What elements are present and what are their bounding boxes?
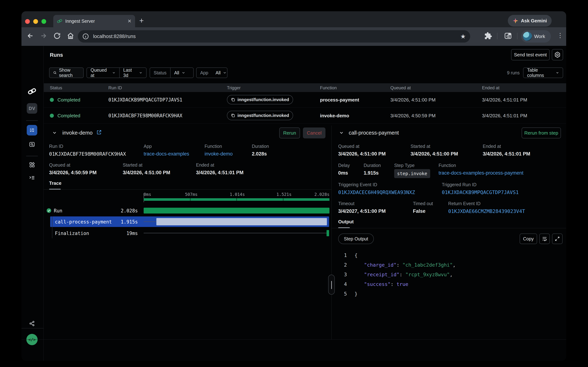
bookmark-star-icon[interactable]: ★ xyxy=(460,33,466,40)
line-number: 4 xyxy=(338,281,347,287)
expand-output-button[interactable] xyxy=(552,234,563,244)
field-step-ended: Ended at 3/4/2026, 4:51:01 PM xyxy=(483,144,530,157)
open-run-external-icon[interactable] xyxy=(96,129,102,135)
send-test-event-button[interactable]: Send test event xyxy=(511,49,550,60)
field-function: Function invoke-demo xyxy=(205,144,233,157)
show-search-button[interactable]: Show search xyxy=(49,67,84,78)
close-window-button[interactable] xyxy=(25,19,30,24)
rerun-button[interactable]: Rerun xyxy=(279,127,300,138)
share-feedback-button[interactable] xyxy=(27,318,37,329)
return-event-id-link[interactable]: 01KJXDAE66CMZMB28439023V4T xyxy=(448,209,525,214)
minimap-tick xyxy=(283,198,283,201)
forward-icon[interactable] xyxy=(40,32,48,40)
time-field-label: Queued at xyxy=(91,67,110,78)
field-value: 2.028s xyxy=(252,151,269,157)
triggering-event-id-link[interactable]: 01KJXDACEC6H49QRQXWEA93NXZ xyxy=(338,190,415,195)
extensions-icon[interactable] xyxy=(484,32,492,40)
side-panel-search-icon[interactable] xyxy=(504,32,512,40)
back-icon[interactable] xyxy=(26,32,34,40)
minimize-window-button[interactable] xyxy=(33,19,38,24)
function-cell: process-payment xyxy=(320,97,359,103)
col-function: Function xyxy=(320,85,337,90)
time-field-select[interactable]: Queued at xyxy=(87,68,119,78)
new-tab-button[interactable]: + xyxy=(139,17,144,25)
expand-icon xyxy=(555,236,560,242)
search-icon xyxy=(53,70,57,75)
axis-tick: 1.014s xyxy=(227,192,247,197)
panel-resize-handle[interactable] xyxy=(328,275,335,295)
status-dot xyxy=(50,114,54,118)
chevron-down-icon xyxy=(223,71,227,75)
trace-row-call-process-payment[interactable]: call-process-payment 1.915s xyxy=(50,217,329,227)
code-brace: { xyxy=(355,252,357,258)
ask-gemini-button[interactable]: Ask Gemini xyxy=(508,15,552,26)
settings-button[interactable] xyxy=(552,49,563,60)
table-row[interactable]: Completed 01KJXDACBF7E98M00RAFCK9HAX inn… xyxy=(44,108,566,124)
rerun-from-step-button[interactable]: Rerun from step xyxy=(522,127,561,138)
resize-grip xyxy=(331,281,332,289)
axis-tick: 507ms xyxy=(181,192,201,197)
panel-resize-divider[interactable] xyxy=(331,125,332,339)
app-link[interactable]: trace-docs-examples xyxy=(144,151,189,157)
time-range-select[interactable]: Last 3d xyxy=(120,68,146,78)
status-filter-value[interactable]: All xyxy=(171,68,189,78)
site-info-icon[interactable] xyxy=(82,33,89,40)
field-app: App trace-docs-examples xyxy=(144,144,189,157)
close-tab-icon[interactable]: ✕ xyxy=(127,18,132,24)
reload-icon[interactable] xyxy=(53,32,61,40)
tab-title: Inngest Server xyxy=(65,18,125,24)
field-label: Duration xyxy=(252,144,269,149)
url-text[interactable]: localhost:8288/runs xyxy=(93,34,460,39)
env-badge[interactable]: DV xyxy=(27,103,37,114)
table-row[interactable]: Completed 01KJXDACKB9MPQACGTDP7JAVS1 inn… xyxy=(44,92,566,108)
status-filter[interactable]: Status All xyxy=(150,67,194,78)
queued-at-cell: 3/4/2026, 4:51:00 PM xyxy=(390,97,436,103)
app-filter[interactable]: App All xyxy=(196,67,227,78)
tab-output[interactable]: Output xyxy=(338,219,354,225)
browser-tab[interactable]: Inngest Server ✕ xyxy=(53,15,135,27)
field-label: Duration xyxy=(364,163,381,168)
function-link[interactable]: invoke-demo xyxy=(205,151,233,157)
sidebar-item-event-search[interactable] xyxy=(27,139,37,150)
cancel-button[interactable]: Cancel xyxy=(303,127,325,138)
gemini-sparkle-icon xyxy=(513,18,518,24)
ask-gemini-label: Ask Gemini xyxy=(521,18,547,24)
trigger-label: inngest/function.invoked xyxy=(237,113,289,118)
step-output-toggle[interactable]: Step Output xyxy=(338,234,374,244)
triggered-run-id-link[interactable]: 01KJXDACKB9MPQACGTDP7JAVS1 xyxy=(442,190,519,195)
json-comma: , xyxy=(450,272,453,277)
field-label: App xyxy=(144,144,189,149)
trigger-pill[interactable]: inngest/function.invoked xyxy=(227,95,293,104)
dev-server-button[interactable]: </> xyxy=(26,334,38,345)
trace-row-finalization[interactable]: Finalization 19ms xyxy=(44,228,330,238)
chevron-down-icon xyxy=(112,71,116,75)
trace-row-run[interactable]: Run 2.028s xyxy=(44,206,330,216)
sidebar-item-apps[interactable] xyxy=(27,159,37,170)
field-ended-at: Ended at 3/4/2026, 4:51:01 PM xyxy=(196,162,243,175)
tab-trace[interactable]: Trace xyxy=(49,180,61,186)
home-icon[interactable] xyxy=(66,32,75,40)
zoom-window-button[interactable] xyxy=(41,19,46,24)
word-wrap-button[interactable] xyxy=(539,234,550,244)
collapse-run-chevron-icon[interactable] xyxy=(52,130,57,135)
axis-origin-tick xyxy=(144,193,144,202)
sidebar-item-functions[interactable] xyxy=(27,172,37,183)
step-function-link[interactable]: trace-docs-examples-process-payment xyxy=(439,170,523,176)
sidebar-divider xyxy=(26,156,38,156)
field-label: Function xyxy=(205,144,233,149)
field-duration: Duration 2.028s xyxy=(252,144,269,157)
collapse-step-chevron-icon[interactable] xyxy=(339,130,344,135)
copy-button[interactable]: Copy xyxy=(520,234,537,244)
browser-menu-icon[interactable]: ⋮ xyxy=(557,32,563,39)
sidebar-item-runs[interactable] xyxy=(27,125,37,135)
profile-button[interactable]: Work xyxy=(521,30,551,42)
time-filter[interactable]: Queued at Last 3d xyxy=(87,67,147,78)
field-step-duration: Duration 1.915s xyxy=(364,163,381,176)
url-bar[interactable]: localhost:8288/runs ★ xyxy=(78,30,470,42)
trigger-pill[interactable]: inngest/function.invoked xyxy=(227,111,293,120)
table-columns-button[interactable]: Table columns xyxy=(523,67,563,78)
app-filter-value[interactable]: All xyxy=(212,68,230,78)
status-text: Completed xyxy=(58,113,80,119)
tab-strip: Inngest Server ✕ + Ask Gemini xyxy=(21,11,566,27)
chevron-down-icon xyxy=(182,71,185,75)
